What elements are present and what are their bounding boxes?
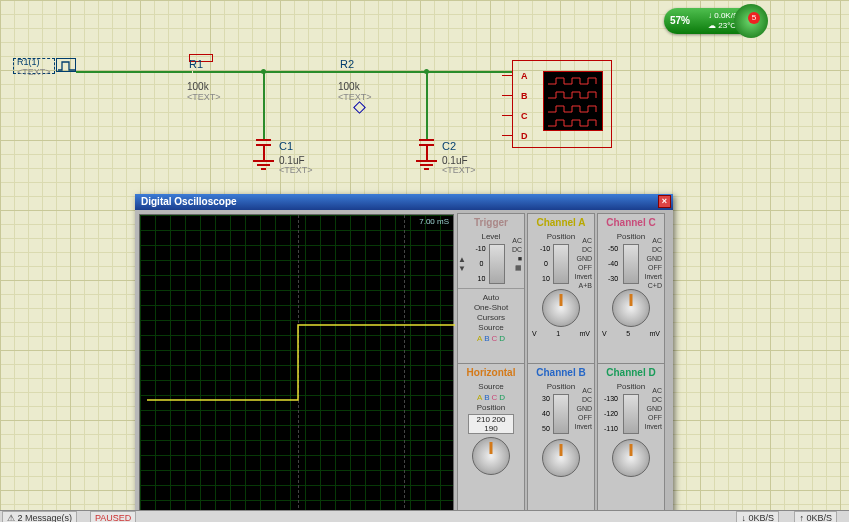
- ch-b-position-slider[interactable]: 30 40 50: [553, 394, 569, 434]
- ch-c-title: Channel C: [598, 214, 664, 231]
- status-up: ↑ 0KB/S: [794, 511, 837, 522]
- ch-a-position-slider[interactable]: -10 0 10: [553, 244, 569, 284]
- ch-a-title: Channel A: [528, 214, 594, 231]
- trigger-level-slider[interactable]: -10 0 10: [489, 244, 505, 284]
- ch-c-switches[interactable]: AC DC GND OFF Invert C+D: [644, 236, 662, 290]
- source-text: <TEXT>: [17, 67, 51, 77]
- ch-b-switches[interactable]: AC DC GND OFF Invert: [574, 386, 592, 431]
- status-messages[interactable]: ⚠ 2 Message(s): [2, 511, 77, 522]
- widget-badge[interactable]: 5: [748, 12, 760, 24]
- channel-b-panel: Channel B Position AC DC GND OFF Invert …: [528, 364, 594, 514]
- horizontal-title: Horizontal: [458, 364, 524, 381]
- horizontal-position-label: Position: [458, 403, 524, 412]
- channel-a-panel: Channel A Position AC DC GND OFF Invert …: [528, 214, 594, 364]
- oscilloscope-window[interactable]: Digital Oscilloscope × 7.00 mS Trigger L…: [135, 194, 673, 517]
- ch-d-scale-knob[interactable]: [612, 439, 650, 477]
- r2-value: 100k: [338, 81, 360, 92]
- ch-c-position-slider[interactable]: -50 -40 -30: [623, 244, 639, 284]
- ch-a-switches[interactable]: AC DC GND OFF Invert A+B: [574, 236, 592, 290]
- ch-b-scale-knob[interactable]: [542, 439, 580, 477]
- ch-a-scale-knob[interactable]: [542, 289, 580, 327]
- scope-ch-d: D: [521, 131, 528, 141]
- horizontal-position-readout: 210 200 190: [468, 414, 514, 434]
- channel-d-panel: Channel D Position AC DC GND OFF Invert …: [598, 364, 664, 514]
- oscilloscope-component[interactable]: A B C D: [512, 60, 612, 148]
- widget-temp: ☁ 23°C: [708, 21, 736, 30]
- trigger-source-row[interactable]: A B C D: [458, 334, 524, 343]
- c2-ref: C2: [442, 140, 456, 152]
- horizontal-source-row[interactable]: A B C D: [458, 393, 524, 402]
- close-button[interactable]: ×: [658, 195, 671, 208]
- scope-ch-b: B: [521, 91, 528, 101]
- status-state[interactable]: PAUSED: [90, 511, 136, 522]
- r2-ref: R2: [340, 58, 354, 70]
- ch-b-title: Channel B: [528, 364, 594, 381]
- trigger-title: Trigger: [458, 214, 524, 231]
- oscilloscope-display[interactable]: 7.00 mS: [139, 214, 454, 514]
- r2-text: <TEXT>: [338, 92, 372, 102]
- trigger-mode-auto[interactable]: Auto: [458, 293, 524, 302]
- horizontal-timebase-knob[interactable]: [472, 437, 510, 475]
- scope-ch-a: A: [521, 71, 528, 81]
- trigger-source-label: Source: [458, 323, 524, 332]
- c1-ref: C1: [279, 140, 293, 152]
- ch-c-scale-knob[interactable]: [612, 289, 650, 327]
- system-widget[interactable]: 57% ↓ 0.0K/S ☁ 23°C 5: [664, 8, 754, 34]
- scope-ch-c: C: [521, 111, 528, 121]
- c2-text: <TEXT>: [442, 165, 476, 175]
- scope-mini-screen: [543, 71, 603, 131]
- horizontal-panel: Horizontal Source A B C D Position 210 2…: [458, 364, 524, 514]
- status-bar: ⚠ 2 Message(s) PAUSED ↓ 0KB/S ↑ 0KB/S: [0, 510, 849, 522]
- oscilloscope-titlebar[interactable]: Digital Oscilloscope ×: [135, 194, 673, 210]
- r1-text: <TEXT>: [187, 92, 221, 102]
- ch-d-title: Channel D: [598, 364, 664, 381]
- trigger-mode-cursors[interactable]: Cursors: [458, 313, 524, 322]
- trigger-panel: Trigger Level AC DC ■ ▦ ▲▼ -10 0 10: [458, 214, 524, 364]
- c1-text: <TEXT>: [279, 165, 313, 175]
- ch-d-switches[interactable]: AC DC GND OFF Invert: [644, 386, 662, 431]
- widget-percent: 57%: [670, 15, 690, 26]
- ch-d-position-slider[interactable]: -130 -120 -110: [623, 394, 639, 434]
- r1-ref: R1: [189, 58, 203, 70]
- horizontal-source-label: Source: [458, 382, 524, 391]
- oscilloscope-title-text: Digital Oscilloscope: [141, 196, 237, 207]
- r1-value: 100k: [187, 81, 209, 92]
- status-down: ↓ 0KB/S: [736, 511, 779, 522]
- channel-c-panel: Channel C Position AC DC GND OFF Invert …: [598, 214, 664, 364]
- source-ref: R1(1): [17, 57, 40, 67]
- trigger-mode-oneshot[interactable]: One-Shot: [458, 303, 524, 312]
- pulse-icon: [56, 58, 76, 72]
